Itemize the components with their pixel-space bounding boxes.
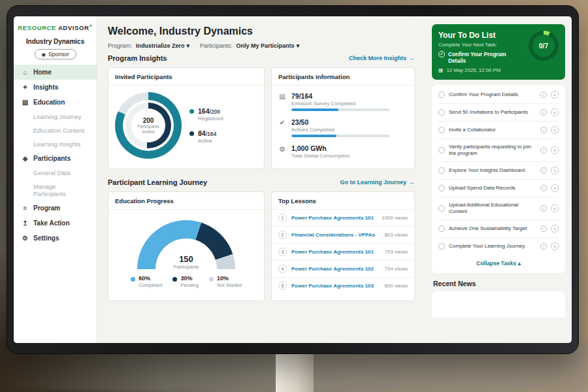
check-icon: ✓ [438, 51, 445, 57]
info-icon[interactable]: i [540, 167, 547, 174]
sidebar-item-participants[interactable]: ◈ Participants [14, 151, 97, 166]
task-checkbox[interactable] [438, 147, 445, 154]
pending-label: Pending [180, 282, 199, 288]
actions-icon: ✔ [278, 119, 286, 137]
lesson-link[interactable]: Financial Considerations - VPPAs [291, 232, 380, 238]
registered-total: /200 [210, 108, 221, 115]
sidebar-item-manage-participants[interactable]: Manage Participants [14, 180, 97, 201]
lesson-link[interactable]: Power Purchase Agreements 101 [291, 215, 377, 221]
next-task[interactable]: ✓ Confirm Your Program Details [438, 51, 523, 64]
task-row[interactable]: Invite a Collaborator i › [438, 122, 559, 139]
chevron-right-icon[interactable]: › [551, 108, 559, 116]
info-icon[interactable]: i [540, 147, 547, 154]
sidebar-item-general-data[interactable]: General Data [14, 166, 97, 180]
task-row[interactable]: Upload Spend Data Records i › [438, 180, 559, 197]
next-task-label: Confirm Your Program Details [448, 51, 523, 64]
check-more-insights-link[interactable]: Check More Insights → [349, 55, 415, 61]
sidebar-item-education[interactable]: ▤ Education [14, 95, 97, 110]
chevron-right-icon[interactable]: › [551, 167, 559, 174]
recent-news-card [432, 291, 565, 318]
task-checkbox[interactable] [438, 167, 445, 174]
task-row[interactable]: Explore Your Insights Dashboard i › [438, 162, 559, 180]
lesson-link[interactable]: Power Purchase Agreements 103 [291, 283, 380, 289]
task-checkbox[interactable] [438, 205, 445, 212]
brand-logo: RESOURCE ADVISOR+ [14, 23, 97, 31]
lesson-link[interactable]: Power Purchase Agreements 101 [291, 249, 380, 255]
sidebar-item-learning-journey[interactable]: Learning Journey [14, 110, 97, 123]
task-checkbox[interactable] [438, 127, 445, 133]
lesson-row[interactable]: 4 Power Purchase Agreements 102 734 view… [272, 261, 414, 278]
chevron-down-icon: ▾ [187, 42, 190, 49]
stat-label: Emission Survey Completed [291, 101, 389, 106]
task-label: Complete Your Learning Journey [449, 243, 536, 250]
info-icon[interactable]: i [540, 185, 547, 191]
sidebar-item-insights[interactable]: ✦ Insights [14, 80, 97, 95]
info-icon[interactable]: i [540, 205, 547, 212]
filter-bar: Program: Industrialize Zero ▾ Participan… [108, 42, 415, 49]
not-started-pct: 10% [217, 275, 242, 282]
sidebar-item-label: Participants [33, 155, 71, 162]
lesson-row[interactable]: 1 Power Purchase Agreements 101 1000 vie… [272, 210, 414, 227]
chevron-right-icon[interactable]: › [551, 242, 559, 250]
info-icon[interactable]: i [540, 243, 547, 250]
chevron-right-icon[interactable]: › [551, 204, 559, 212]
participants-dropdown[interactable]: Only My Participants ▾ [237, 42, 300, 49]
go-to-learning-journey-link[interactable]: Go to Learning Journey → [340, 179, 415, 186]
sidebar-item-program[interactable]: ≡ Program [14, 201, 97, 216]
lesson-row[interactable]: 2 Financial Considerations - VPPAs 803 v… [272, 227, 414, 244]
task-row[interactable]: Confirm Your Program Details i › [438, 86, 559, 104]
sidebar-item-home[interactable]: ⌂ Home [14, 65, 97, 80]
gauge-center-label: Participants [137, 264, 235, 270]
task-checkbox[interactable] [438, 109, 445, 116]
task-label: Explore Your Insights Dashboard [449, 167, 536, 174]
donut-legend: 164/200 Registered 84/164 Active [189, 107, 223, 144]
sidebar-item-label: Take Action [33, 220, 70, 227]
lesson-rank: 3 [278, 248, 287, 256]
sidebar-item-learning-insights[interactable]: Learning Insights [14, 137, 97, 151]
gauge-legend: 60% Completed 30% Pending [115, 275, 257, 288]
task-checkbox[interactable] [438, 185, 445, 191]
chevron-right-icon[interactable]: › [551, 91, 559, 99]
stat-label: Actions Completed [291, 127, 389, 133]
info-icon[interactable]: i [540, 225, 547, 232]
task-checkbox[interactable] [438, 91, 445, 98]
task-row[interactable]: Verify participants requesting to join t… [438, 139, 559, 162]
task-row[interactable]: Upload Additional Educational Content i … [438, 197, 559, 220]
todo-summary-card: Your To Do List Complete Your Next Task:… [432, 24, 565, 80]
info-icon[interactable]: i [540, 91, 547, 98]
chevron-right-icon[interactable]: › [551, 126, 559, 134]
sidebar-item-settings[interactable]: ⚙ Settings [14, 231, 97, 246]
gear-icon: ⚙ [22, 235, 29, 242]
program-dropdown[interactable]: Industrialize Zero ▾ [136, 42, 189, 49]
collapse-label: Collapse Tasks [476, 260, 516, 267]
chevron-right-icon[interactable]: › [551, 184, 559, 192]
sidebar-nav: ⌂ Home ✦ Insights ▤ Education Learning J… [14, 65, 97, 246]
task-checkbox[interactable] [438, 225, 445, 232]
task-row[interactable]: Achieve One Sustainability Target i › [438, 220, 559, 238]
todo-subtitle: Complete Your Next Task: [438, 42, 523, 48]
info-icon[interactable]: i [540, 109, 547, 116]
sidebar-item-education-content[interactable]: Education Content [14, 123, 97, 137]
collapse-tasks-link[interactable]: Collapse Tasks ▴ [438, 255, 559, 272]
lesson-row[interactable]: 3 Power Purchase Agreements 101 793 view… [272, 244, 414, 261]
chevron-right-icon[interactable]: › [551, 146, 559, 154]
task-label: Upload Additional Educational Content [449, 202, 536, 215]
lesson-views: 734 views [384, 266, 408, 272]
stat-emission-survey: ▤ 79/164 Emission Survey Completed [278, 92, 408, 111]
task-list-card: Confirm Your Program Details i › Send 50… [432, 85, 565, 273]
sidebar: RESOURCE ADVISOR+ Industry Dynamics ◉ Sp… [14, 16, 97, 343]
lesson-row[interactable]: 5 Power Purchase Agreements 103 600 view… [272, 278, 414, 294]
info-icon[interactable]: i [540, 127, 547, 133]
calendar-icon: ▦ [438, 67, 443, 73]
registered-value: 164 [198, 107, 210, 115]
chevron-right-icon[interactable]: › [551, 225, 559, 233]
todo-progress-value: 0/7 [539, 42, 548, 50]
task-checkbox[interactable] [438, 243, 445, 250]
task-row[interactable]: Complete Your Learning Journey i › [438, 238, 559, 255]
lesson-link[interactable]: Power Purchase Agreements 102 [291, 266, 380, 272]
task-row[interactable]: Send 50 Invitations to Participants i › [438, 104, 559, 122]
learning-journey-header: Participant Learning Journey Go to Learn… [108, 178, 415, 186]
card-title: Invited Participants [108, 68, 264, 86]
lesson-views: 803 views [384, 232, 408, 238]
sidebar-item-take-action[interactable]: ↥ Take Action [14, 216, 97, 231]
